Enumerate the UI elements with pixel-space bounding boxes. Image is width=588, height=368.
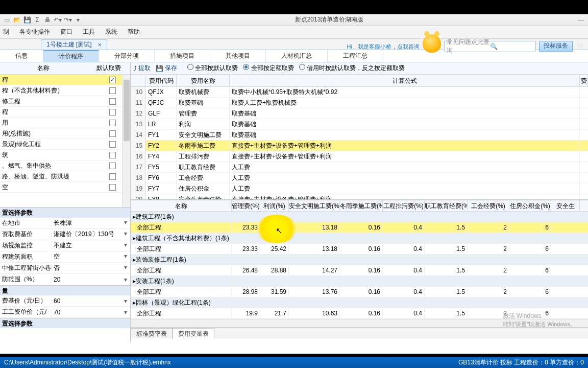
param-value[interactable]: 湘建价〔2019〕130号	[51, 230, 130, 239]
param-row[interactable]: 防范围（%）20	[0, 274, 130, 285]
new-icon[interactable]: ▭	[2, 15, 11, 25]
favorite-icon[interactable]: ♡	[576, 43, 585, 50]
redo-icon[interactable]: ↷▾	[63, 15, 72, 25]
param-row[interactable]: 程建筑面积空	[0, 251, 130, 263]
group-row[interactable]: ▸装饰装修工程(1条)	[131, 255, 588, 265]
grid-row[interactable]: 17FY5职工教育经费人工费	[131, 162, 588, 173]
param-row[interactable]: 资取费基价湘建价〔2019〕130号	[0, 229, 130, 240]
data-row[interactable]: 全部工程26.4828.8814.270.160.41.526	[131, 265, 588, 276]
param-value[interactable]: 空	[51, 252, 130, 261]
grid-row[interactable]: 15FY2冬雨季施工费直接费+主材费+设备费+管理费+利润	[131, 141, 588, 151]
nav-tab[interactable]: 措施项目	[155, 50, 210, 62]
tree-row[interactable]: 程	[0, 75, 130, 85]
param-value[interactable]: 70	[51, 309, 130, 316]
tree-row[interactable]: 用(总措施)	[0, 128, 130, 139]
checkbox[interactable]	[109, 141, 116, 148]
open-icon[interactable]: 📂	[12, 15, 21, 25]
group-row[interactable]: ▸建筑工程(1条)	[131, 212, 588, 222]
param-row[interactable]: 工工资单价（元/70	[0, 307, 130, 318]
more-icon[interactable]: ▾	[74, 15, 83, 25]
group-row[interactable]: ▸安装工程(1条)	[131, 276, 588, 287]
col-name: 费用名称	[177, 75, 230, 86]
close-tab-icon[interactable]: ×	[98, 41, 102, 49]
sum-icon[interactable]: Σ	[33, 15, 42, 25]
nav-tab[interactable]: 计价程序	[43, 50, 99, 62]
menu-item[interactable]: 工具	[83, 28, 95, 36]
checkbox[interactable]	[109, 87, 116, 94]
group-row[interactable]: ▸园林（景观）绿化工程(1条)	[131, 297, 588, 308]
tree-row[interactable]: 空	[0, 182, 130, 193]
checkbox[interactable]	[109, 173, 116, 180]
tree-row[interactable]: 程	[0, 107, 130, 118]
param-row[interactable]: 场视频监控不建立	[0, 240, 130, 251]
checkbox[interactable]	[109, 163, 116, 169]
tree-row[interactable]: 、燃气、集中供热	[0, 160, 130, 171]
checkbox[interactable]	[109, 77, 116, 83]
group-row[interactable]: ▸建筑工程（不含其他材料费）(1条)	[131, 233, 588, 244]
greeting-link[interactable]: Hi，我是客服小桥，点我咨询	[347, 43, 420, 51]
checkbox[interactable]	[109, 120, 116, 126]
nav-tab[interactable]: 信息	[0, 50, 43, 62]
bid-service-button[interactable]: 投标服务	[539, 41, 573, 52]
checkbox[interactable]	[109, 109, 116, 116]
save-icon[interactable]: 💾	[22, 15, 32, 25]
param-value[interactable]: 60	[51, 297, 130, 305]
checkbox[interactable]	[109, 184, 116, 191]
menu-item[interactable]: 各专业操作	[19, 28, 50, 36]
param-row[interactable]: 费基价（元/日）60	[0, 295, 130, 307]
grid-row[interactable]: 18FY6工会经费人工费	[131, 173, 588, 183]
radio-option[interactable]: 借用时按默认取费，反之按定额取费	[299, 64, 405, 72]
save-button[interactable]: 💾保存	[156, 64, 177, 73]
param-row[interactable]: 在地市长株潭	[0, 218, 130, 229]
tree-row[interactable]: 路、桥涵、隧道、防洪堤	[0, 171, 130, 182]
tree-row[interactable]: 用	[0, 118, 130, 128]
search-icon[interactable]: 🔍	[490, 43, 533, 50]
undo-icon[interactable]: ↶▾	[53, 15, 62, 25]
data-row[interactable]: 全部工程23.3325.4213.180.160.41.526	[131, 222, 588, 233]
tree-label: 、燃气、集中供热	[0, 162, 102, 170]
bottom-tab[interactable]: 标准费率表	[131, 328, 173, 339]
extract-button[interactable]: ⤴提取	[134, 64, 151, 73]
file-tab[interactable]: 1号楼土建 [测试] ×	[41, 39, 107, 50]
minimize-button[interactable]: —	[574, 16, 588, 24]
data-row[interactable]: 全部工程19.921.710.630.160.41.526	[131, 308, 588, 319]
param-value[interactable]: 否	[51, 264, 130, 272]
scrollbar[interactable]	[122, 75, 130, 207]
param-value[interactable]: 20	[51, 276, 130, 283]
grid-row[interactable]: 11QFJC取费基础取费人工费+取费机械费	[131, 98, 588, 108]
grid-row[interactable]: 12GLF管理费取费基础	[131, 108, 588, 119]
grid-row[interactable]: 19FY7住房公积金人工费	[131, 183, 588, 194]
grid-row[interactable]: 13LR利润取费基础	[131, 119, 588, 130]
param-row[interactable]: 中修工程背街小巷否	[0, 263, 130, 274]
nav-tab[interactable]: 人材机汇总	[266, 50, 328, 62]
tree-row[interactable]: 景观)绿化工程	[0, 139, 130, 150]
tree-row[interactable]: 筑	[0, 150, 130, 160]
scrollbar-h[interactable]	[131, 319, 588, 327]
checkbox[interactable]	[109, 130, 116, 137]
menu-item[interactable]: 制	[3, 28, 9, 36]
grid-row[interactable]: 16FY4工程排污费直接费+主材费+设备费+管理费+利润	[131, 151, 588, 162]
menu-item[interactable]: 窗口	[60, 28, 72, 36]
param-key: 工工资单价（元/	[0, 308, 51, 316]
checkbox[interactable]	[109, 152, 116, 158]
grid-row[interactable]: 10QFJX取费机械费取费中小机械*0.95+取费特大机械*0.92	[131, 87, 588, 98]
radio-option[interactable]: 全部按默认取费	[187, 64, 238, 72]
tree-row[interactable]: 程（不含其他材料费）	[0, 85, 130, 96]
menu-item[interactable]: 系统	[105, 28, 117, 36]
menu-item[interactable]: 帮助	[128, 28, 140, 36]
print-icon[interactable]: 🖶	[43, 15, 52, 25]
faq-search[interactable]: 常见问题点此查询 🔍	[444, 41, 536, 52]
grid-row[interactable]: 20FY8安全生产责任险直接费+主材费+设备费+管理费+利润	[131, 194, 588, 199]
data-row[interactable]: 全部工程28.9831.5913.760.160.41.526	[131, 287, 588, 297]
param-value[interactable]: 不建立	[51, 241, 130, 250]
tree-row[interactable]: 修工程	[0, 96, 130, 107]
checkbox[interactable]	[109, 98, 116, 105]
grid-row[interactable]: 14FY1安全文明施工费取费基础	[131, 130, 588, 141]
nav-tab[interactable]: 分部分项	[99, 50, 155, 62]
data-row[interactable]: 全部工程23.3325.4213.180.160.41.526	[131, 244, 588, 255]
radio-option[interactable]: 全部按定额取费	[243, 64, 293, 72]
nav-tab[interactable]: 其他项目	[210, 50, 266, 62]
bottom-tab[interactable]: 费用变量表	[173, 328, 214, 339]
param-value[interactable]: 长株潭	[51, 219, 130, 227]
mascot-icon[interactable]	[423, 34, 441, 53]
